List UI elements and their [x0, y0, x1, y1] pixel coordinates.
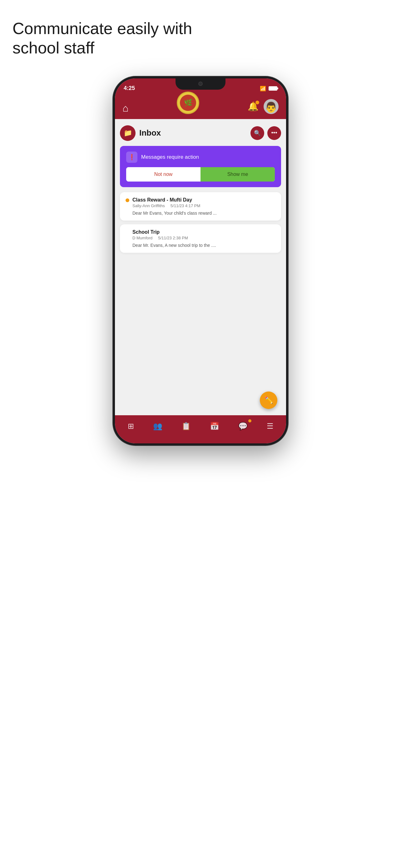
banner-top: ❗ Messages require action [126, 152, 275, 163]
inbox-icon-wrapper: 📁 [120, 125, 136, 141]
not-now-button[interactable]: Not now [126, 167, 201, 182]
message-meta-1: D Mumford 5/11/23 2:38 PM [132, 236, 275, 240]
user-avatar[interactable]: 👨 [264, 99, 278, 114]
avatar-face: 👨 [265, 101, 277, 113]
message-card-header-1: School Trip D Mumford 5/11/23 2:38 PM [126, 229, 275, 240]
bell-wrapper[interactable]: 🔔 [248, 101, 259, 112]
logo-leaf-icon: 🌿 [184, 99, 192, 107]
status-time: 4:25 [124, 85, 135, 92]
notification-dot [256, 101, 259, 104]
inbox-actions: 🔍 ••• [250, 126, 281, 140]
noticeboard-icon: 📋 [181, 422, 191, 431]
grid-icon: ⊞ [128, 422, 134, 431]
search-icon: 🔍 [254, 130, 261, 136]
school-logo[interactable]: 🌿 [177, 92, 199, 114]
banner-buttons: Not now Show me [126, 167, 275, 182]
phone-mockup: 4:25 📶 ⌂ 🌿 🔔 👨 [113, 76, 288, 445]
front-camera [198, 82, 203, 86]
action-banner: ❗ Messages require action Not now Show m… [120, 146, 281, 187]
menu-icon: ☰ [267, 422, 274, 431]
pencil-icon: ✏️ [265, 396, 273, 404]
message-card-0[interactable]: Class Reward - Mufti Day Sally-Ann Griff… [120, 192, 281, 221]
wifi-icon: 📶 [260, 86, 266, 92]
message-info-0: Class Reward - Mufti Day Sally-Ann Griff… [132, 197, 275, 208]
tab-calendar[interactable]: 📅 [208, 420, 221, 432]
message-preview-0: Dear Mr Evans, Your child's class reward… [126, 211, 275, 216]
ellipsis-icon: ••• [271, 130, 277, 136]
message-preview-1: Dear Mr. Evans, A new school trip to the… [126, 243, 275, 248]
contacts-icon: 👥 [153, 422, 162, 431]
search-button[interactable]: 🔍 [250, 126, 264, 140]
compose-fab[interactable]: ✏️ [260, 392, 277, 409]
message-subject-0: Class Reward - Mufti Day [132, 197, 275, 203]
message-card-1[interactable]: School Trip D Mumford 5/11/23 2:38 PM De… [120, 224, 281, 253]
message-info-1: School Trip D Mumford 5/11/23 2:38 PM [132, 229, 275, 240]
message-card-header-0: Class Reward - Mufti Day Sally-Ann Griff… [126, 197, 275, 208]
content-area: 📁 Inbox 🔍 ••• ❗ Mess [115, 119, 286, 415]
tab-apps[interactable]: ⊞ [126, 420, 136, 432]
show-me-button[interactable]: Show me [201, 167, 275, 182]
banner-icon-box: ❗ [126, 152, 137, 163]
nav-right-icons: 🔔 👨 [248, 99, 278, 114]
unread-indicator-0 [126, 198, 129, 202]
tab-messages[interactable]: 💬 [236, 420, 249, 432]
tab-more[interactable]: ☰ [265, 420, 275, 432]
message-subject-1: School Trip [132, 229, 275, 235]
bottom-tabs: ⊞ 👥 📋 📅 💬 ☰ [115, 415, 286, 443]
more-button[interactable]: ••• [267, 126, 281, 140]
tab-contacts[interactable]: 👥 [151, 420, 164, 432]
messages-badge [248, 419, 252, 423]
banner-message: Messages require action [141, 154, 199, 160]
messages-icon: 💬 [238, 422, 248, 431]
inbox-header: 📁 Inbox 🔍 ••• [120, 125, 281, 141]
page-headline: Communicate easily with school staff [12, 19, 206, 58]
alert-icon: ❗ [128, 154, 135, 161]
calendar-icon: 📅 [210, 422, 219, 431]
battery-icon [269, 86, 277, 91]
status-icons: 📶 [260, 86, 277, 92]
home-icon[interactable]: ⌂ [123, 102, 128, 114]
phone-screen: 4:25 📶 ⌂ 🌿 🔔 👨 [115, 79, 286, 443]
folder-icon: 📁 [124, 129, 132, 137]
read-indicator-1 [126, 230, 129, 234]
tab-noticeboard[interactable]: 📋 [179, 420, 193, 432]
phone-notch [175, 79, 226, 90]
message-meta-0: Sally-Ann Griffiths 5/11/23 4:17 PM [132, 204, 275, 208]
inbox-title: Inbox [139, 128, 250, 138]
